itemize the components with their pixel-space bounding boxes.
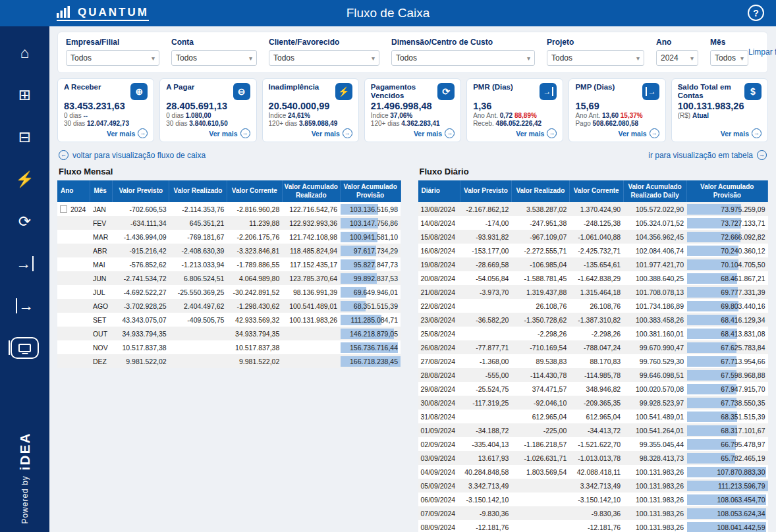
filter-label: Projeto: [547, 38, 644, 47]
monthly-row[interactable]: MAI-576.852,62-1.213.033,94-1.789.886,55…: [57, 257, 401, 271]
column-header[interactable]: Valor Corrente: [227, 180, 282, 202]
kpi-card-6: Saldo Total em Contas$100.131.983,26(R$)…: [671, 78, 768, 142]
sign-in-icon: →: [16, 256, 34, 271]
sidebar-item-receivables[interactable]: ⊞: [0, 74, 49, 116]
daily-row[interactable]: 13/08/2024-2.167.862,123.538.287,021.370…: [418, 202, 768, 216]
daily-row[interactable]: 25/08/2024-2.298,26-2.298,26100.381.160,…: [418, 327, 768, 340]
column-header[interactable]: Diário: [418, 180, 460, 202]
chevron-down-icon: ▾: [636, 55, 640, 62]
daily-row[interactable]: 06/09/2024-3.150.142,10-3.150.142,10100.…: [418, 492, 768, 506]
monthly-row[interactable]: SET43.343.075,07-409.505,7542.933.569,32…: [57, 313, 401, 327]
column-header[interactable]: Valor Realizado: [169, 180, 227, 202]
sidebar-item-sign-out[interactable]: →: [0, 284, 49, 327]
powered-by: Powered byiDEA: [17, 432, 33, 524]
daily-row[interactable]: 22/08/202426.108,7626.108,76101.734.186,…: [418, 299, 768, 313]
table-view-link[interactable]: ir para visualização em tabela →: [648, 150, 767, 160]
filter-dropdown-0[interactable]: Todos▾: [66, 50, 159, 66]
overdue-payments-icon: ⟳: [437, 83, 455, 100]
card-metric: 0 dias --: [64, 112, 148, 119]
daily-row[interactable]: 21/08/2024-3.973,701.319.437,881.315.464…: [418, 285, 768, 299]
powered-by-text: Powered by: [20, 476, 30, 524]
filter-dropdown-3[interactable]: Todos▾: [391, 50, 535, 66]
ver-mais-link[interactable]: Ver mais→: [618, 128, 659, 138]
header-row: DiárioValor PrevistoValor RealizadoValor…: [418, 180, 768, 202]
monthly-row[interactable]: FEV-634.111,34645.351,2111.239,88122.932…: [57, 216, 401, 230]
daily-row[interactable]: 15/08/2024-93.931,82-967.109,07-1.061.04…: [418, 230, 768, 244]
daily-row[interactable]: 16/08/2024-153.177,00-2.272.555,71-2.425…: [418, 244, 768, 257]
help-button[interactable]: ?: [748, 5, 764, 21]
filter-dropdown-4[interactable]: Todos▾: [547, 50, 644, 66]
sidebar-item-home[interactable]: ⌂: [0, 32, 49, 74]
sidebar-item-refresh-balance[interactable]: ⟳: [0, 200, 49, 242]
sidebar-item-lightning[interactable]: ⚡: [0, 158, 49, 200]
daily-row[interactable]: 05/09/20243.342.713,493.342.713,49100.13…: [418, 479, 768, 492]
daily-row[interactable]: 02/09/2024-335.404,13-1.186.218,57-1.521…: [418, 437, 768, 451]
column-header[interactable]: Valor Corrente: [569, 180, 623, 202]
daily-row[interactable]: 30/08/2024-117.319,25-92.046,10-209.365,…: [418, 396, 768, 410]
daily-row[interactable]: 19/08/2024-28.669,58-106.985,04-135.654,…: [418, 257, 768, 271]
column-header[interactable]: Valor Previsto: [113, 180, 169, 202]
top-bar: QUANTUM Fluxo de Caixa ?: [0, 0, 776, 26]
monthly-row[interactable]: OUT34.933.794,3534.933.794,35146.218.879…: [57, 327, 401, 340]
monthly-row[interactable]: ABR-915.216,42-2.408.630,39-3.323.846,81…: [57, 244, 401, 257]
monthly-row[interactable]: JUL-4.692.522,27-25.550.369,25-30.242.89…: [57, 285, 401, 299]
ver-mais-link[interactable]: Ver mais→: [312, 128, 352, 138]
monthly-row[interactable]: JUN-2.741.534,726.806.524,514.064.989,80…: [57, 271, 401, 285]
sidebar-item-payables[interactable]: ⊟: [0, 116, 49, 158]
column-header[interactable]: Valor Previsto: [460, 180, 511, 202]
filter-dropdown-2[interactable]: Todos▾: [269, 50, 379, 66]
column-header[interactable]: Mês: [90, 180, 113, 202]
column-header[interactable]: Valor Acumulado Realizado Daily: [623, 180, 686, 202]
ver-mais-link[interactable]: Ver mais→: [414, 128, 455, 138]
daily-row[interactable]: 08/09/2024-12.181,76-12.181,76100.131.98…: [418, 520, 768, 532]
row-checkbox[interactable]: [60, 205, 67, 213]
sidebar-item-sign-in[interactable]: →: [0, 242, 49, 284]
daily-row[interactable]: 26/08/2024-77.877,71-710.169,54-788.047,…: [418, 340, 768, 354]
daily-row[interactable]: 14/08/2024-174,00-247.951,38-248.125,381…: [418, 216, 768, 230]
daily-row[interactable]: 31/08/2024612.965,04612.965,04100.541.48…: [418, 410, 768, 423]
daily-row[interactable]: 03/09/202413.617,93-1.026.631,71-1.013.0…: [418, 451, 768, 465]
column-header[interactable]: Valor Realizado: [511, 180, 569, 202]
ver-mais-link[interactable]: Ver mais→: [516, 128, 557, 138]
payables-icon: ⊟: [18, 130, 31, 145]
column-header[interactable]: Valor Acumulado Provisão: [686, 180, 768, 202]
daily-row[interactable]: 04/09/202440.284.848,581.803.569,5442.08…: [418, 465, 768, 479]
filter-dropdown-1[interactable]: Todos▾: [171, 50, 257, 66]
sidebar-item-dashboard-monitor[interactable]: [0, 327, 49, 369]
monthly-row[interactable]: AGO-3.702.928,252.404.497,62-1.298.430,6…: [57, 299, 401, 313]
column-header[interactable]: Valor Acumulado Realizado: [282, 180, 340, 202]
daily-row[interactable]: 28/08/2024-555,00-114.430,78-114.985,789…: [418, 368, 768, 382]
monthly-row[interactable]: 2024JAN-702.606,53-2.114.353,76-2.816.96…: [57, 202, 401, 216]
ver-mais-link[interactable]: Ver mais→: [721, 128, 762, 138]
filter-bar: Empresa/FilialTodos▾ContaTodos▾Cliente/F…: [66, 38, 748, 66]
ver-mais-link[interactable]: Ver mais→: [209, 128, 250, 138]
monthly-row[interactable]: DEZ9.981.522,029.981.522,02166.718.238,4…: [57, 354, 401, 368]
arrow-right-circle-icon: →: [240, 128, 250, 138]
column-header[interactable]: Valor Acumulado Provisão: [340, 180, 401, 202]
ver-mais-link[interactable]: Ver mais→: [107, 128, 148, 138]
daily-panel: Fluxo Diário DiárioValor PrevistoValor R…: [418, 167, 768, 532]
filter-value: Todos: [551, 53, 572, 63]
card-value: 1,36: [473, 101, 557, 111]
monthly-row[interactable]: NOV10.517.837,3810.517.837,38156.736.716…: [57, 340, 401, 354]
daily-row[interactable]: 23/08/2024-36.582,20-1.350.728,62-1.387.…: [418, 313, 768, 327]
default-rate-icon: ⚡: [335, 83, 352, 100]
monthly-row[interactable]: MAR-1.436.994,09-769.181,67-2.206.175,76…: [57, 230, 401, 244]
card-metric: 120+ dias 4.362.283,41: [371, 120, 455, 127]
daily-title: Fluxo Diário: [420, 167, 768, 176]
clear-filters-link[interactable]: Limpar filtros: [748, 47, 776, 57]
pmp-icon: →: [642, 83, 659, 100]
filter-label: Cliente/Favorecido: [269, 38, 379, 47]
header-row: AnoMêsValor PrevistoValor RealizadoValor…: [57, 180, 401, 202]
card-metric: (R$) Atual: [678, 112, 762, 119]
column-header[interactable]: Ano: [57, 180, 90, 202]
filter-dropdown-5[interactable]: 2024▾: [656, 50, 698, 66]
daily-row[interactable]: 07/09/2024-9.830,36-9.830,36100.131.983,…: [418, 506, 768, 520]
daily-row[interactable]: 20/08/2024-54.056,84-1.588.781,45-1.642.…: [418, 271, 768, 285]
daily-row[interactable]: 29/08/2024-25.524,75374.471,57348.946,82…: [418, 382, 768, 396]
filter-dropdown-6[interactable]: Todos▾: [710, 50, 748, 66]
daily-row[interactable]: 27/08/2024-1.368,0089.538,8388.170,8399.…: [418, 354, 768, 368]
arrow-right-circle-icon: →: [445, 128, 455, 138]
daily-row[interactable]: 01/09/2024-34.188,72-225,00-34.413,72100…: [418, 423, 768, 437]
back-to-cashflow-link[interactable]: ← voltar para visualização fluxo de caix…: [59, 150, 206, 160]
